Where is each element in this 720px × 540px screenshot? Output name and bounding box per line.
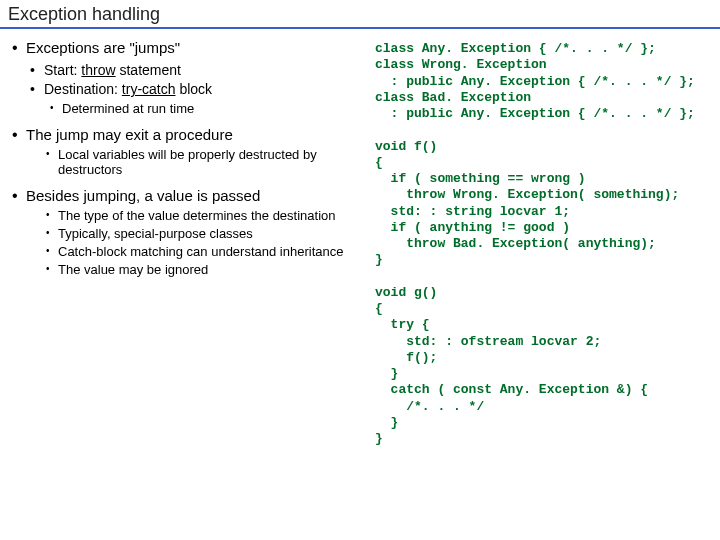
bullet-1: Exceptions are "jumps" Start: throw stat…	[8, 39, 363, 116]
bullet-3b: Typically, special-purpose classes	[40, 226, 363, 241]
bullet-3a: The type of the value determines the des…	[40, 208, 363, 223]
bullet-column: Exceptions are "jumps" Start: throw stat…	[8, 39, 363, 447]
bullet-list: Exceptions are "jumps" Start: throw stat…	[8, 39, 363, 277]
bullet-1b-underline: try-catch	[122, 81, 176, 97]
bullet-1b: Destination: try-catch block Determined …	[26, 81, 363, 116]
slide-content: Exceptions are "jumps" Start: throw stat…	[0, 29, 720, 447]
bullet-2: The jump may exit a procedure Local vari…	[8, 126, 363, 177]
code-block: class Any. Exception { /*. . . */ }; cla…	[375, 39, 712, 447]
bullet-2a: Local variables will be properly destruc…	[40, 147, 363, 177]
slide-title: Exception handling	[0, 0, 720, 29]
bullet-3-text: Besides jumping, a value is passed	[26, 187, 260, 204]
bullet-1a-underline: throw	[81, 62, 115, 78]
bullet-1a-pre: Start:	[44, 62, 81, 78]
bullet-3: Besides jumping, a value is passed The t…	[8, 187, 363, 277]
bullet-1a: Start: throw statement	[26, 62, 363, 78]
bullet-1-text: Exceptions are "jumps"	[26, 39, 180, 56]
bullet-1b1: Determined at run time	[44, 101, 363, 116]
bullet-1b-pre: Destination:	[44, 81, 122, 97]
bullet-3d: The value may be ignored	[40, 262, 363, 277]
bullet-2-text: The jump may exit a procedure	[26, 126, 233, 143]
bullet-1b-post: block	[176, 81, 213, 97]
bullet-3c: Catch-block matching can understand inhe…	[40, 244, 363, 259]
bullet-1a-post: statement	[116, 62, 181, 78]
